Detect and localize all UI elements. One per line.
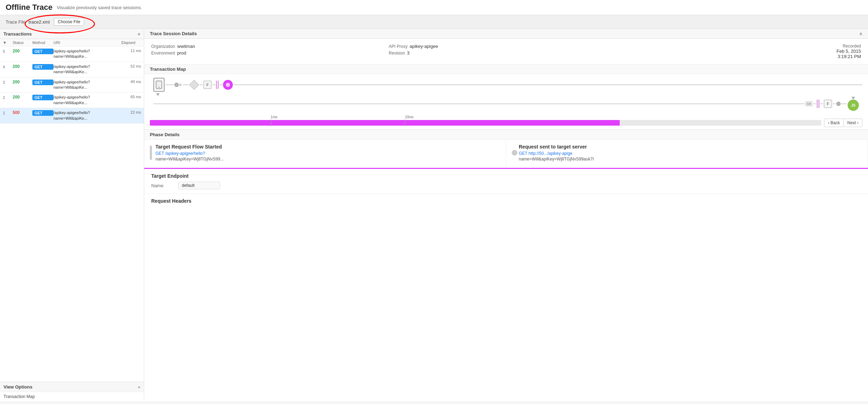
bar-element: [218, 81, 219, 89]
transactions-header: Transactions «: [0, 29, 144, 39]
row-num: 2: [3, 95, 13, 100]
phase-card-1-text: name=Will&apiKey=Wj8TGjNvS99...: [155, 157, 224, 162]
row-num: 4: [3, 64, 13, 69]
col-uri: URI: [53, 40, 121, 45]
endpoint-name-label: Name: [151, 183, 172, 188]
transactions-columns: ▼ Status Method URI Elapsed: [0, 39, 144, 46]
request-headers-title: Request Headers: [151, 198, 861, 204]
transaction-map-section: Transaction Map: [144, 64, 868, 130]
transaction-map-option: Transaction Map: [4, 394, 35, 399]
left-panel: Transactions « ▼ Status Method URI Elaps…: [0, 29, 144, 401]
choose-file-button[interactable]: Choose File: [54, 18, 84, 26]
session-info: Organization wwitman Environment prod AP…: [144, 39, 868, 64]
view-options-label: View Options: [4, 384, 32, 390]
header-bar: Offline Trace Visualize previously saved…: [0, 0, 868, 15]
double-bar-node: [817, 99, 819, 109]
row-method: GET: [32, 80, 53, 85]
phase-details-section: Phase Details Target Request Flow Starte…: [144, 130, 868, 401]
row-method: GET: [32, 110, 53, 116]
inner-circle: [226, 83, 230, 87]
collapse-icon[interactable]: «: [138, 31, 140, 37]
next-button[interactable]: Next ›: [844, 119, 862, 127]
active-phase-node[interactable]: [223, 80, 233, 90]
flow-connector: [165, 84, 174, 85]
phase-card-2-method: GET http://50.../apikey-apige: [519, 151, 594, 156]
flow-bottom-row: AX F: [150, 97, 862, 111]
row-method: GET: [32, 49, 53, 54]
row-status: 200: [13, 49, 32, 53]
back-button[interactable]: ‹ Back: [824, 119, 844, 127]
collapse-icons[interactable]: «: [138, 31, 140, 37]
table-row[interactable]: 2 200 GET /apikey-apigee/hello?name=Will…: [0, 93, 144, 108]
proxy-pair: API Proxy apikey-apigee: [389, 44, 623, 49]
table-row[interactable]: 3 200 GET /apikey-apigee/hello?name=Will…: [0, 77, 144, 93]
org-label: Organization: [151, 44, 175, 49]
ax-node: AX: [805, 101, 812, 106]
phone-icon: [153, 78, 165, 92]
col-elapsed: Elapsed: [121, 40, 141, 45]
nav-buttons: ‹ Back Next ›: [824, 119, 862, 127]
row-uri: /apikey-apigee/hello?name=Will&apiKe...: [53, 110, 121, 121]
flow-connector: [200, 84, 203, 85]
phase-card-2-content: Request sent to target server GET http:/…: [519, 144, 594, 162]
phase-card-2-icon: [512, 150, 517, 156]
row-uri: /apikey-apigee/hello?name=Will&apiKe...: [53, 80, 121, 90]
transaction-map-label: Transaction Map: [144, 64, 868, 74]
phase-card-2-header: Request sent to target server GET http:/…: [512, 144, 862, 162]
trace-file-name: trace2.xml: [28, 19, 50, 25]
row-method: GET: [32, 95, 53, 100]
svg-rect-1: [158, 87, 160, 88]
flow-connector: [841, 103, 847, 104]
trace-session-collapse[interactable]: ∧: [859, 31, 862, 36]
table-row[interactable]: 5 200 GET /apikey-apigee/hello?name=Will…: [0, 46, 144, 62]
view-options-chevron[interactable]: »: [138, 385, 140, 390]
down-arrow: [156, 93, 160, 96]
row-uri: /apikey-apigee/hello?name=Will&apiKe...: [53, 64, 121, 75]
recorded-label: Recorded: [626, 44, 861, 49]
phase-card-1: Target Request Flow Started GET /apikey-…: [144, 140, 506, 168]
flow-connector: [813, 103, 816, 104]
row-uri: /apikey-apigee/hello?name=Will&apiKe...: [53, 49, 121, 59]
recorded-time: 3:19:21 PM: [626, 54, 861, 59]
nodejs-icon: JS: [848, 100, 859, 111]
timeline-marker-label: 10ms: [405, 115, 413, 119]
proxy-value: apikey-apigee: [410, 44, 438, 49]
recorded-date: Feb 5, 2015: [626, 49, 861, 54]
recorded-info: Recorded Feb 5, 2015 3:19:21 PM: [626, 44, 861, 59]
table-row[interactable]: 1 500 GET /apikey-apigee/hello?name=Will…: [0, 108, 144, 124]
view-options-bar[interactable]: View Options »: [0, 382, 144, 392]
bar-element: [817, 100, 818, 108]
endpoint-name-value: default: [178, 182, 220, 189]
row-method: GET: [32, 64, 53, 70]
col-status: Status: [13, 40, 32, 45]
trace-session-header: Trace Session Details ∧: [144, 29, 868, 39]
flow-connector-long: [234, 84, 862, 85]
trace-file-label: Trace File: [6, 19, 26, 25]
flow-top-row: F: [150, 78, 862, 92]
diamond-node: [189, 80, 199, 90]
flow-connector: [219, 84, 222, 85]
table-row[interactable]: 4 200 GET /apikey-apigee/hello?name=Will…: [0, 62, 144, 77]
endpoint-title: Target Endpoint: [151, 173, 861, 179]
bar-element: [818, 100, 819, 108]
filter-node: F: [824, 100, 832, 108]
diamond-shape: [189, 80, 199, 90]
endpoint-row: Name default: [151, 182, 861, 189]
revision-label: Revision: [389, 51, 405, 56]
map-container: F: [144, 74, 868, 116]
filter-node: F: [203, 81, 212, 89]
double-bar-node: [216, 80, 219, 90]
proxy-revision-info: API Proxy apikey-apigee Revision 3: [389, 44, 623, 59]
transactions-table: 5 200 GET /apikey-apigee/hello?name=Will…: [0, 46, 144, 382]
header-subtitle: Visualize previously saved trace session…: [57, 5, 142, 10]
env-pair: Environment prod: [151, 50, 386, 56]
col-method: Method: [32, 40, 53, 45]
flow-arrow: [179, 83, 182, 87]
flow-node-dot: [836, 102, 841, 106]
phase-card-1-method: GET /apikey-apigee/hello?: [155, 151, 224, 156]
page-title: Offline Trace: [6, 3, 52, 12]
revision-value: 3: [407, 50, 409, 56]
phase-card-2-text: name=Will&apiKey=Wj8TGjNvS99auk7I: [519, 157, 594, 162]
flow-connector: [820, 103, 823, 104]
right-panel: Trace Session Details ∧ Organization wwi…: [144, 29, 868, 401]
